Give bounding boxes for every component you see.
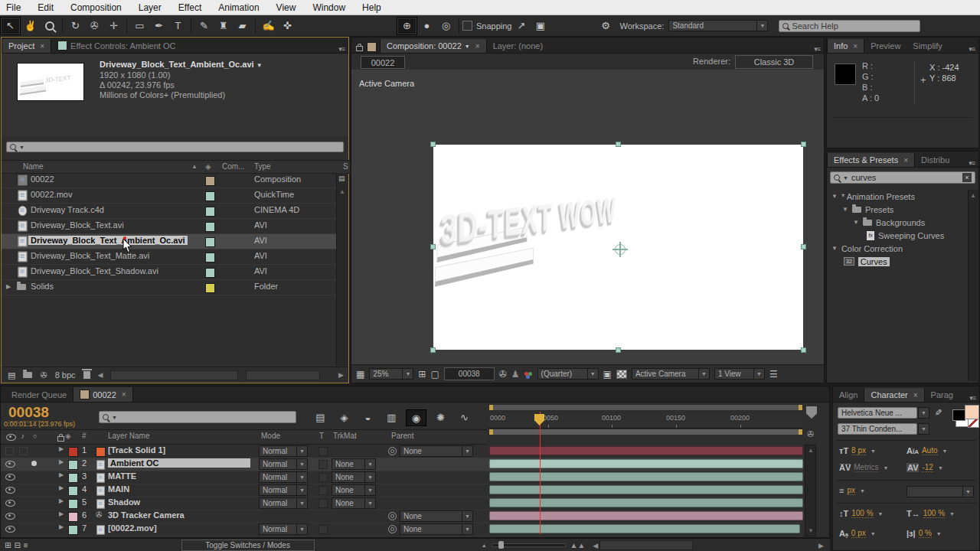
brainstorm-icon[interactable]: ✺ (431, 409, 450, 425)
zoom-in-mountain-icon[interactable]: ▲▲ (570, 541, 586, 549)
trkmat-select[interactable]: None▼ (332, 458, 376, 470)
tab-distribute[interactable]: Distribu (915, 153, 956, 167)
layer-duration-bar[interactable] (489, 485, 803, 494)
scroll-left-icon[interactable]: ◀ (98, 371, 103, 379)
column-layer-name[interactable]: Layer Name (108, 432, 149, 440)
label-color-swatch[interactable] (205, 191, 215, 201)
tree-item[interactable]: ▼* Animation Presets (827, 190, 969, 203)
column-number[interactable]: # (82, 432, 87, 440)
item-name[interactable]: 00022 (31, 174, 54, 184)
column-mode[interactable]: Mode (261, 432, 280, 440)
expander-icon[interactable]: ▶ (59, 497, 64, 504)
parent-pickwhip-icon[interactable] (388, 512, 397, 520)
table-row[interactable]: Driveway_Block_Text.avi AVI (2, 219, 337, 234)
scroll-up-icon[interactable]: ▲ (970, 192, 976, 199)
trkmat-select[interactable]: None▼ (332, 484, 376, 496)
font-family-dropdown-icon[interactable]: ▼ (918, 407, 929, 419)
delete-icon[interactable] (83, 371, 90, 379)
solo-column-icon[interactable]: ○ (33, 432, 37, 440)
timeline-vertical-scrollbar[interactable]: ▲ ▼ (805, 445, 816, 536)
scroll-up-icon[interactable]: ▲ (339, 188, 345, 195)
snap-bounds-icon[interactable]: ▣ (531, 18, 550, 34)
scrollbar-thumb[interactable] (246, 370, 320, 380)
scroll-right-icon[interactable]: ▶ (338, 371, 344, 379)
table-row[interactable]: 00022 Composition (2, 173, 337, 188)
work-area-bar[interactable] (488, 429, 803, 435)
zoom-out-mountain-icon[interactable]: ▲ (482, 543, 487, 548)
hide-shy-layers-icon[interactable]: ◒ (358, 409, 377, 425)
close-icon[interactable]: × (40, 42, 44, 51)
clear-search-icon[interactable]: × (962, 173, 972, 182)
expander-icon[interactable]: ▶ (59, 471, 64, 478)
transparency-grid-icon[interactable] (616, 370, 627, 379)
twisty-icon[interactable]: ▼ (831, 245, 838, 252)
workspace-select[interactable]: Standard▼ (668, 20, 768, 31)
layer-duration-bar[interactable] (489, 511, 803, 520)
work-area-start-handle[interactable] (489, 429, 493, 435)
column-comment[interactable]: Com... (222, 162, 244, 171)
tab-project[interactable]: Project× (2, 39, 51, 53)
blend-mode-select[interactable]: Normal▼ (259, 484, 308, 496)
view-layout-select[interactable]: 1 View▼ (714, 368, 765, 380)
tab-timeline-comp[interactable]: 00022× (73, 387, 132, 402)
layer-duration-bar[interactable] (489, 446, 803, 455)
item-name[interactable]: Driveway_Block_Text_Ambient_Oc.avi (28, 236, 188, 245)
zoom-tool[interactable] (40, 18, 59, 34)
table-row[interactable]: ▶ Solids Folder (2, 280, 337, 295)
selection-handle[interactable] (616, 347, 621, 353)
label-column-icon[interactable]: ◈ (65, 432, 71, 440)
column-parent[interactable]: Parent (391, 432, 413, 440)
item-name[interactable]: Solids (31, 282, 54, 291)
fill-color-swatch[interactable] (965, 405, 979, 419)
layer-row-selected[interactable]: ▶ 2 Ambient OC Normal▼ None▼ (1, 458, 803, 471)
chevron-down-icon[interactable]: ▼ (942, 448, 948, 454)
draft-3d-icon[interactable]: ◈ (335, 409, 354, 425)
label-color-swatch[interactable] (205, 207, 215, 217)
column-size[interactable]: S (343, 162, 348, 171)
layer-row[interactable]: ▶ 1 [Track Solid 1] Normal▼ None▼ (1, 445, 803, 458)
selection-handle[interactable] (616, 142, 621, 147)
menu-window[interactable]: Window (312, 2, 345, 13)
comp-name-button[interactable]: 00022 (361, 56, 405, 69)
layer-color-swatch[interactable] (68, 447, 78, 457)
scroll-right-icon[interactable]: ▶ (818, 542, 824, 549)
video-toggle[interactable] (5, 447, 14, 455)
chevron-down-icon[interactable]: ▼ (938, 465, 943, 471)
scroll-up-icon[interactable]: ▲ (808, 447, 814, 454)
layer-row[interactable]: ▶ 6 ✇ 3D Tracker Camera None▼ (1, 510, 803, 523)
timeline-zoom-slider[interactable] (492, 543, 566, 547)
bit-depth-indicator[interactable]: 8 bpc (55, 370, 76, 380)
layer-duration-bar[interactable] (489, 524, 800, 533)
tab-paragraph[interactable]: Parag (925, 388, 959, 402)
rotation-tool[interactable]: ↻ (66, 18, 85, 34)
eraser-tool[interactable]: ▰ (233, 18, 252, 34)
tab-composition[interactable]: Composition: 00022▼× (380, 39, 487, 53)
tab-render-queue[interactable]: Render Queue (5, 388, 73, 402)
puppet-pin-tool[interactable]: ✜ (278, 18, 297, 34)
comp-marker-bin-icon[interactable] (806, 406, 817, 419)
show-channel-icon[interactable] (524, 372, 528, 376)
menu-file[interactable]: File (6, 2, 21, 13)
font-style-dropdown-icon[interactable]: ▼ (918, 423, 929, 435)
magnification-select[interactable]: 25%▼ (369, 368, 413, 380)
layer-row[interactable]: ▶ 3 MATTE Normal▼ None▼ (1, 471, 803, 484)
t-toggle[interactable] (318, 525, 328, 534)
label-color-swatch[interactable] (205, 283, 215, 293)
tsume-value[interactable]: 0 % (919, 529, 932, 538)
camera-view-select[interactable]: Active Camera▼ (632, 368, 710, 380)
panel-menu-icon[interactable]: ▾≡ (965, 159, 978, 167)
tracking-value[interactable]: -12 (922, 463, 933, 472)
selection-handle[interactable] (801, 347, 806, 353)
label-color-swatch[interactable] (205, 222, 215, 232)
t-toggle[interactable] (318, 486, 328, 495)
label-color-swatch[interactable] (205, 237, 215, 247)
blend-mode-select[interactable]: Normal▼ (259, 471, 308, 483)
parent-select[interactable]: None▼ (400, 445, 473, 457)
composition-canvas[interactable]: 3D-TEXT WOW (433, 145, 803, 350)
current-frame-field[interactable]: 00038 (444, 367, 495, 380)
snapshot-icon[interactable]: ✇ (499, 369, 507, 380)
effects-search-input[interactable]: ▼ curves × (830, 171, 975, 184)
zoom-slider-handle[interactable] (498, 541, 504, 549)
frame-blending-icon[interactable]: ▥ (382, 409, 401, 425)
video-toggle[interactable] (5, 513, 15, 520)
